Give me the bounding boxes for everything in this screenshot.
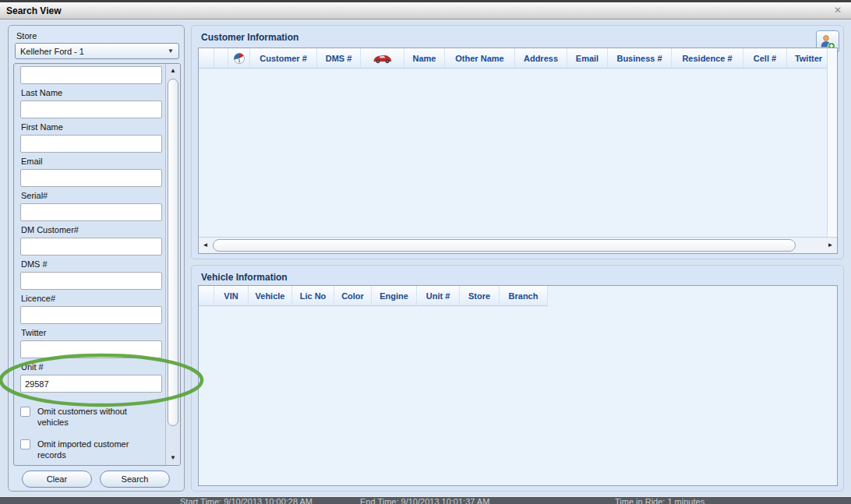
checkbox-label: Omit customers without vehicles xyxy=(37,406,159,428)
chevron-down-icon: ▼ xyxy=(168,48,174,55)
vehicle-information-panel: Vehicle Information VIN Vehicle Lic No C… xyxy=(191,265,844,492)
search-panel: Store Kelleher Ford - 1 ▼ Last Name Firs… xyxy=(8,25,185,492)
email-input[interactable] xyxy=(20,169,162,187)
last-name-label: Last Name xyxy=(21,88,62,97)
search-fields-scrollbox: Last Name First Name Email Serial# DM Cu… xyxy=(13,63,181,466)
customer-panel-title: Customer Information xyxy=(201,32,298,43)
title-bar: Search View ✕ xyxy=(0,2,851,19)
scroll-left-icon[interactable]: ◄ xyxy=(200,238,211,253)
dm-customer-input[interactable] xyxy=(20,238,162,256)
dm-customer-label: DM Customer# xyxy=(21,225,79,234)
column-header-other-name[interactable]: Other Name xyxy=(445,48,515,68)
email-label: Email xyxy=(21,157,43,166)
customer-table-vertical-scrollbar-gutter[interactable] xyxy=(827,48,837,237)
customer-information-panel: Customer Information 1 Customer # DMS # xyxy=(191,25,844,259)
vehicle-panel-title: Vehicle Information xyxy=(201,272,288,283)
column-header-twitter[interactable]: Twitter xyxy=(787,48,830,68)
close-icon[interactable]: ✕ xyxy=(834,5,842,16)
column-header-branch[interactable]: Branch xyxy=(500,286,548,305)
clock-pie-icon[interactable]: 1 xyxy=(228,48,250,68)
status-bar: Start Time: 9/10/2013 10:00:28 AM End Ti… xyxy=(0,496,851,504)
selector-column-header[interactable] xyxy=(199,48,214,68)
column-header-business-number[interactable]: Business # xyxy=(608,48,672,68)
twitter-input[interactable] xyxy=(20,340,162,358)
customer-table-horizontal-scrollbar[interactable]: ◄ ► xyxy=(199,237,837,253)
last-name-input[interactable] xyxy=(20,100,162,118)
column-header-name[interactable]: Name xyxy=(404,48,445,68)
store-label: Store xyxy=(16,31,37,41)
first-name-input[interactable] xyxy=(20,135,162,153)
dms-label: DMS # xyxy=(21,259,48,269)
column-header-color[interactable]: Color xyxy=(334,286,372,305)
twitter-label: Twitter xyxy=(21,328,46,337)
column-header-dms-number[interactable]: DMS # xyxy=(317,48,361,68)
column-header-vehicle[interactable]: Vehicle xyxy=(249,286,292,305)
column-header-engine[interactable]: Engine xyxy=(372,286,417,305)
scrollbar-thumb[interactable] xyxy=(213,239,796,252)
unit-number-label: Unit # xyxy=(21,362,44,372)
column-header-email[interactable]: Email xyxy=(567,48,608,68)
licence-label: Licence# xyxy=(21,294,55,303)
blank-column-header[interactable] xyxy=(214,48,228,68)
customer-table-header: 1 Customer # DMS # Name Other Name Addre… xyxy=(199,48,830,69)
dms-input[interactable] xyxy=(20,272,162,290)
column-header-store[interactable]: Store xyxy=(460,286,500,305)
store-dropdown[interactable]: Kelleher Ford - 1 ▼ xyxy=(15,43,179,59)
car-icon xyxy=(373,53,393,64)
search-button[interactable]: Search xyxy=(100,471,170,488)
status-end-time: End Time: 9/10/2013 10:01:37 AM xyxy=(360,497,489,504)
omit-imported-customer-records-checkbox[interactable] xyxy=(20,439,30,449)
licence-input[interactable] xyxy=(20,306,162,324)
unit-number-input[interactable] xyxy=(20,375,162,393)
scroll-down-icon[interactable]: ▼ xyxy=(166,453,180,463)
vehicle-table-header: VIN Vehicle Lic No Color Engine Unit # S… xyxy=(199,286,548,306)
clock-pie-icon: 1 xyxy=(233,52,245,65)
column-header-address[interactable]: Address xyxy=(515,48,567,68)
clear-button[interactable]: Clear xyxy=(22,471,92,488)
column-header-customer-number[interactable]: Customer # xyxy=(250,48,317,68)
serial-label: Serial# xyxy=(21,191,48,200)
checkbox-label: Omit imported customer records xyxy=(37,439,159,460)
scrollbar-thumb[interactable] xyxy=(168,79,178,426)
column-header-lic-no[interactable]: Lic No xyxy=(292,286,334,305)
first-name-label: First Name xyxy=(21,122,63,132)
vehicle-table: VIN Vehicle Lic No Color Engine Unit # S… xyxy=(198,285,838,486)
scroll-right-icon[interactable]: ► xyxy=(825,238,836,253)
unlabeled-input[interactable] xyxy=(20,66,162,84)
fields-vertical-scrollbar[interactable]: ▲ ▼ xyxy=(165,64,180,465)
column-header-cell-number[interactable]: Cell # xyxy=(743,48,787,68)
store-dropdown-value: Kelleher Ford - 1 xyxy=(20,47,84,56)
car-icon[interactable] xyxy=(361,48,404,68)
blank-column-header[interactable] xyxy=(199,286,214,305)
column-header-unit-number[interactable]: Unit # xyxy=(417,286,460,305)
status-time-in-ride: Time in Ride: 1 minutes xyxy=(615,497,704,504)
omit-imported-customer-records-row: Omit imported customer records xyxy=(20,439,159,460)
scroll-up-icon[interactable]: ▲ xyxy=(166,65,180,76)
serial-input[interactable] xyxy=(20,203,162,221)
status-start-time: Start Time: 9/10/2013 10:00:28 AM xyxy=(180,497,313,504)
customer-table: 1 Customer # DMS # Name Other Name Addre… xyxy=(198,48,838,254)
omit-customers-without-vehicles-row: Omit customers without vehicles xyxy=(20,406,159,428)
omit-customers-without-vehicles-checkbox[interactable] xyxy=(20,407,30,417)
column-header-vin[interactable]: VIN xyxy=(214,286,249,305)
window-title: Search View xyxy=(6,5,62,16)
column-header-residence-number[interactable]: Residence # xyxy=(672,48,743,68)
